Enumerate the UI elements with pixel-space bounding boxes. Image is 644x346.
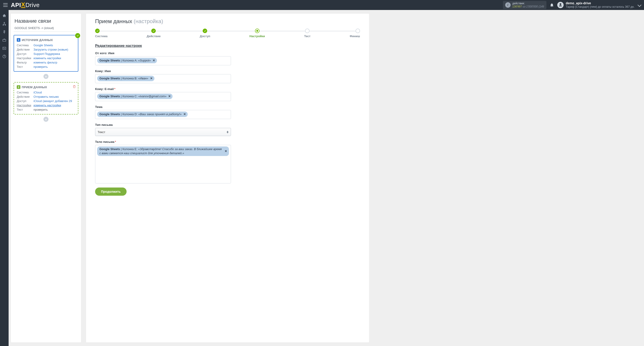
dest-test-text: проверить <box>34 108 75 111</box>
to-email-input[interactable]: Google Sheets | Колонка C: «ivanov@gmail… <box>95 92 231 101</box>
logo[interactable]: API X Drive <box>11 2 40 9</box>
select-caret-icon <box>227 130 229 133</box>
logo-x: X <box>21 2 26 8</box>
nav-connections[interactable] <box>2 21 7 26</box>
notifications-button[interactable] <box>550 3 554 7</box>
dest-system-link[interactable]: iCloud <box>34 91 42 94</box>
check-icon <box>204 30 206 32</box>
source-step-num: 1 <box>17 38 20 42</box>
source-settings-link[interactable]: изменить настройки <box>34 57 61 60</box>
source-system-link[interactable]: Google Sheets <box>34 44 53 47</box>
dest-card[interactable]: 2 ПРИЕМ ДАННЫХ СистемаiCloud ДействиеОтп… <box>14 82 78 114</box>
to-name-label: Кому: Имя <box>95 69 360 73</box>
step-finish[interactable]: Финиш <box>350 29 360 38</box>
field-from-name: От кого: Имя Google Sheets | Колонка A: … <box>95 52 360 65</box>
dest-card-title: ПРИЕМ ДАННЫХ <box>22 85 47 89</box>
check-icon <box>152 30 155 32</box>
body-input[interactable]: Google Sheets | Колонка E: «Здравствуйте… <box>95 145 231 184</box>
menu-toggle[interactable] <box>3 3 8 7</box>
step-access[interactable]: Доступ <box>200 29 210 38</box>
dest-card-head: 2 ПРИЕМ ДАННЫХ <box>17 85 75 89</box>
chip-remove-icon[interactable]: ✕ <box>184 112 186 116</box>
card-icon <box>2 46 6 50</box>
field-to-name: Кому: Имя Google Sheets | Колонка B: «Ив… <box>95 69 360 83</box>
step-settings[interactable]: Настройки <box>250 29 265 38</box>
user-sub: Тариф |Стандарт| (new) до оплаты осталос… <box>566 5 634 9</box>
from-name-label: От кого: Имя <box>95 52 360 55</box>
actions-total: 1'000'000 <box>526 5 538 8</box>
body-label: Тело письма* <box>95 140 360 143</box>
to-name-chip[interactable]: Google Sheets | Колонка B: «Иван» ✕ <box>97 76 154 81</box>
dest-kv: СистемаiCloud ДействиеОтправить письмо Д… <box>17 91 75 111</box>
from-name-input[interactable]: Google Sheets | Колонка A: «Suppot» ✕ <box>95 56 231 65</box>
field-body: Тело письма* Google Sheets | Колонка E: … <box>95 140 360 184</box>
source-card-title: ИСТОЧНИК ДАННЫХ <box>22 38 53 42</box>
dest-action-link[interactable]: Отправить письмо <box>34 95 59 98</box>
actions-lines: действия: 136'997 из 1'000'000 (149 <box>512 2 544 9</box>
nav-tools[interactable] <box>2 38 7 43</box>
subject-input[interactable]: Google Sheets | Колонка D: «Ваш заказ пр… <box>95 110 231 119</box>
type-label: Тип письма <box>95 123 360 126</box>
user-lines: demo_apix-drive Тариф |Стандарт| (new) д… <box>566 1 634 9</box>
source-access-link[interactable]: Support Поддержка <box>34 52 60 56</box>
nav-contacts[interactable] <box>2 46 7 51</box>
delete-dest-button[interactable] <box>72 85 76 88</box>
type-value: Текст <box>98 130 105 134</box>
actions-of: из <box>523 5 525 8</box>
check-icon <box>96 30 99 32</box>
source-card-head: 1 ИСТОЧНИК ДАННЫХ <box>17 38 75 42</box>
help-icon <box>2 54 6 59</box>
to-name-input[interactable]: Google Sheets | Колонка B: «Иван» ✕ <box>95 74 231 83</box>
main-panel: Прием данных (настройка) Система Действи… <box>86 14 369 342</box>
to-email-chip[interactable]: Google Sheets | Колонка C: «ivanov@gmail… <box>97 94 172 99</box>
section-title[interactable]: Редактирование настроек <box>95 44 142 48</box>
avatar <box>557 2 564 8</box>
type-select[interactable]: Текст <box>95 128 231 136</box>
bell-icon <box>550 3 554 7</box>
step-test[interactable]: Тест <box>304 29 310 38</box>
source-card[interactable]: 1 ИСТОЧНИК ДАННЫХ СистемаGoogle Sheets Д… <box>14 35 78 72</box>
subject-chip[interactable]: Google Sheets | Колонка D: «Ваш заказ пр… <box>97 112 188 117</box>
home-icon <box>2 14 6 18</box>
logo-prefix: API <box>11 2 21 9</box>
stepper: Система Действие Доступ Настройки Тест Ф… <box>95 29 360 38</box>
nav-home[interactable] <box>2 13 7 18</box>
source-filter-link[interactable]: изменить фильтр <box>34 61 57 64</box>
body-chip[interactable]: Google Sheets | Колонка E: «Здравствуйте… <box>97 146 229 156</box>
subject-label: Тема <box>95 105 360 109</box>
info-icon: i <box>505 2 511 8</box>
source-action-link[interactable]: Загрузить строки (новые) <box>34 48 68 51</box>
source-kv: СистемаGoogle Sheets ДействиеЗагрузить с… <box>17 44 75 69</box>
nav-billing[interactable] <box>2 30 7 35</box>
chip-remove-icon[interactable]: ✕ <box>152 59 155 63</box>
field-type: Тип письма Текст <box>95 123 360 136</box>
left-nav <box>0 10 8 346</box>
actions-tail: (149 <box>538 5 544 8</box>
user-menu[interactable]: demo_apix-drive Тариф |Стандарт| (new) д… <box>557 1 641 9</box>
dollar-icon <box>2 30 6 34</box>
source-test-link[interactable]: проверить <box>34 65 48 69</box>
step-action[interactable]: Действие <box>147 29 160 38</box>
sitemap-icon <box>2 22 6 26</box>
add-dest-button[interactable]: + <box>44 117 48 122</box>
chip-remove-icon[interactable]: ✕ <box>168 94 171 98</box>
actions-label: действия: <box>512 2 544 5</box>
chip-remove-icon[interactable]: ✕ <box>150 76 152 81</box>
actions-counter[interactable]: i действия: 136'997 из 1'000'000 (149 <box>503 1 546 9</box>
trash-icon <box>72 85 76 88</box>
from-name-chip[interactable]: Google Sheets | Колонка A: «Suppot» ✕ <box>97 58 157 63</box>
nav-help[interactable] <box>2 54 7 59</box>
dest-access-link[interactable]: iCloud (аккаунт добавлен 29 <box>34 99 72 103</box>
continue-button[interactable]: Продолжить <box>95 188 126 196</box>
dest-settings-link[interactable]: изменить настройки <box>34 104 61 107</box>
stepper-line <box>97 31 358 31</box>
step-system[interactable]: Система <box>95 29 108 38</box>
logo-suffix: Drive <box>25 2 40 9</box>
topbar: API X Drive i действия: 136'997 из 1'000… <box>0 0 644 10</box>
dest-step-num: 2 <box>17 85 20 89</box>
chip-remove-icon[interactable]: ✕ <box>225 149 227 153</box>
user-name: demo_apix-drive <box>566 1 634 5</box>
status-done-icon <box>75 33 80 38</box>
field-subject: Тема Google Sheets | Колонка D: «Ваш зак… <box>95 105 360 119</box>
add-between-button[interactable]: + <box>44 74 48 79</box>
